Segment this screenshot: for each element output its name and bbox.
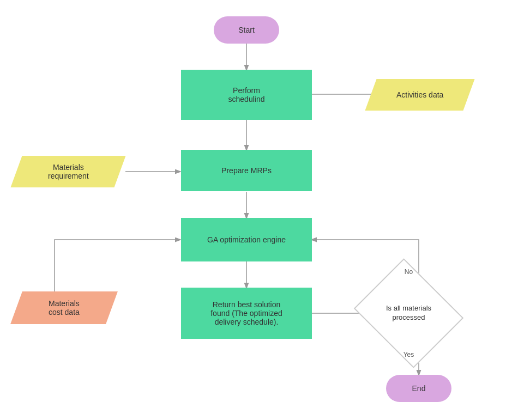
flowchart: Start Performschedulind Activities data … (0, 0, 506, 420)
end-label: End (412, 384, 426, 393)
materials-cost-label: Materialscost data (49, 299, 80, 316)
materials-cost-node: Materialscost data (10, 291, 118, 324)
activities-label: Activities data (396, 90, 443, 99)
diamond-node: Is all materialsprocessed No Yes (366, 278, 451, 349)
materials-req-node: Materialsrequirement (10, 156, 125, 187)
return-label: Return best solutionfound (The optimized… (210, 300, 282, 326)
yes-label: Yes (403, 351, 414, 358)
materials-req-label: Materialsrequirement (48, 163, 89, 180)
prepare-node: Prepare MRPs (181, 150, 312, 191)
return-node: Return best solutionfound (The optimized… (181, 288, 312, 339)
start-node: Start (214, 16, 279, 44)
ga-node: GA optimization engine (181, 218, 312, 261)
no-label: No (405, 268, 413, 276)
diamond-label: Is all materialsprocessed (386, 304, 431, 322)
activities-node: Activities data (365, 79, 474, 111)
arrows-svg (0, 0, 506, 420)
perform-label: Performschedulind (228, 86, 265, 104)
perform-node: Performschedulind (181, 70, 312, 120)
end-node: End (386, 375, 451, 402)
ga-label: GA optimization engine (207, 235, 286, 244)
prepare-label: Prepare MRPs (221, 166, 272, 175)
start-label: Start (238, 26, 255, 34)
